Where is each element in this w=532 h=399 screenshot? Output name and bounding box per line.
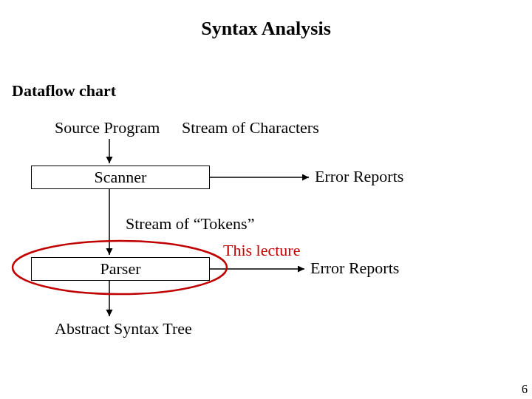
page-number: 6 [522, 383, 528, 396]
box-parser: Parser [31, 257, 210, 281]
annotation-this-lecture: This lecture [223, 241, 300, 260]
label-error-reports-2: Error Reports [310, 259, 399, 278]
page-title: Syntax Analysis [0, 18, 532, 40]
label-stream-characters: Stream of Characters [182, 118, 319, 137]
diagram-overlay [0, 0, 532, 399]
label-source-program: Source Program [55, 118, 160, 137]
box-scanner: Scanner [31, 166, 210, 189]
label-error-reports-1: Error Reports [315, 167, 403, 186]
label-stream-tokens: Stream of “Tokens” [126, 214, 254, 233]
label-ast: Abstract Syntax Tree [55, 319, 192, 338]
section-heading: Dataflow chart [12, 81, 116, 100]
